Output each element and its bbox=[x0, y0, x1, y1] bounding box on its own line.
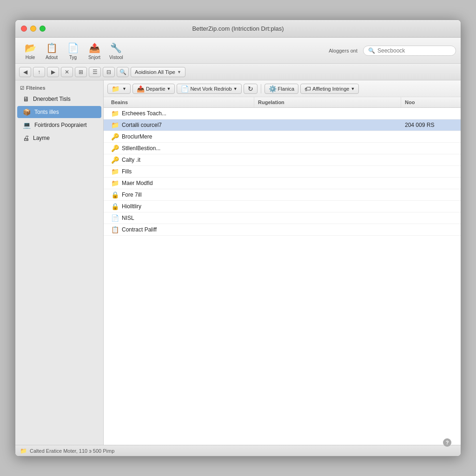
view-list-button[interactable]: ☰ bbox=[89, 67, 101, 77]
maximize-button[interactable] bbox=[40, 26, 46, 32]
minimize-button[interactable] bbox=[30, 26, 36, 32]
search-nav-button[interactable]: 🔍 bbox=[117, 67, 129, 77]
file-icon: 📁 bbox=[111, 168, 119, 175]
depart-button[interactable]: 📤 Departie ▼ bbox=[132, 84, 175, 94]
affleting-button[interactable]: 🏷 Affleting Intringe ▼ bbox=[300, 84, 359, 94]
mangereme-icon: 📁 bbox=[112, 85, 119, 93]
table-row[interactable]: 🔒 Fore 7ill bbox=[104, 189, 461, 201]
toolbar-hole[interactable]: 📂 Hole bbox=[20, 40, 40, 62]
file-regulation bbox=[254, 143, 401, 154]
file-name: 📁 Maer Modfid bbox=[107, 178, 254, 189]
table-header: Beains Rugelation Noo bbox=[104, 97, 461, 108]
snjort-label: Snjort bbox=[88, 55, 100, 60]
content-toolbar: 📁 ▼ 📤 Departie ▼ 📄 Nevt Vork Redriob ▼ ↻ bbox=[104, 80, 461, 97]
table-row[interactable]: 🔑 Calty .it bbox=[104, 154, 461, 166]
header-rugelation: Rugelation bbox=[254, 97, 401, 107]
sidebar-section-header: ☑ Flteines bbox=[15, 83, 103, 93]
table-row[interactable]: 📄 NISL bbox=[104, 212, 461, 224]
flanica-label: Flanica bbox=[278, 86, 294, 92]
affleting-icon: 🏷 bbox=[304, 85, 311, 93]
back-button[interactable]: ◀ bbox=[19, 67, 31, 77]
statusbar-icon: 📁 bbox=[20, 448, 27, 454]
file-icon: 📁 bbox=[111, 110, 119, 117]
sidebar-item-dnerobert[interactable]: 🖥 Dnerobert Tisls bbox=[17, 93, 101, 105]
help-button[interactable]: ? bbox=[443, 438, 451, 447]
file-name: 🔑 Calty .it bbox=[107, 154, 254, 165]
toolbar-snjort[interactable]: 📤 Snjort bbox=[84, 40, 105, 62]
navbar: ◀ ↑ ▶ ✕ ⊞ ☰ ⊟ 🔍 Aoidision All Tipe ▼ bbox=[15, 64, 461, 80]
file-name: 📄 NISL bbox=[107, 212, 254, 224]
vistool-label: Vistool bbox=[109, 55, 123, 60]
view-grid-button[interactable]: ⊞ bbox=[75, 67, 87, 77]
file-noo bbox=[401, 131, 457, 142]
layme-icon: 🖨 bbox=[23, 134, 29, 142]
up-button[interactable]: ↑ bbox=[33, 67, 45, 77]
main-area: ☑ Flteines 🖥 Dnerobert Tisls 📦 Tonts ill… bbox=[15, 80, 461, 445]
search-icon: 🔍 bbox=[368, 47, 375, 54]
flanica-button[interactable]: ⚙️ Flanica bbox=[264, 84, 298, 94]
dnerobert-icon: 🖥 bbox=[23, 95, 29, 103]
main-window: BetterZip.com (Intricction Drt:plas) 📂 H… bbox=[15, 20, 461, 456]
file-regulation bbox=[254, 119, 401, 131]
type-icon: 📄 bbox=[66, 41, 79, 54]
affleting-chevron-icon: ▼ bbox=[350, 86, 355, 91]
foirtirdors-icon: 💻 bbox=[23, 121, 31, 129]
view-col-button[interactable]: ⊟ bbox=[103, 67, 115, 77]
toolbar-separator bbox=[261, 84, 261, 93]
sidebar: ☑ Flteines 🖥 Dnerobert Tisls 📦 Tonts ill… bbox=[15, 80, 104, 445]
close-nav-button[interactable]: ✕ bbox=[61, 67, 73, 77]
table-row[interactable]: 📋 Contract Paliff bbox=[104, 224, 461, 236]
file-noo bbox=[401, 108, 457, 119]
adout-label: Adout bbox=[46, 55, 58, 60]
table-row[interactable]: 🔑 BroclurMere bbox=[104, 131, 461, 143]
table-row[interactable]: 📁 Fills bbox=[104, 166, 461, 178]
hole-label: Hole bbox=[26, 55, 35, 60]
snjort-icon: 📤 bbox=[88, 41, 101, 54]
search-input[interactable] bbox=[377, 47, 451, 54]
affleting-label: Affleting Intringe bbox=[312, 86, 349, 92]
table-row[interactable]: 🔑 StllenIBestion... bbox=[104, 143, 461, 154]
toolbar-type[interactable]: 📄 Tyg bbox=[63, 40, 83, 62]
file-name: 📁 Cortalli courcel7 bbox=[107, 119, 254, 131]
toolbar-adout[interactable]: 📋 Adout bbox=[41, 40, 62, 62]
table-row[interactable]: 🔒 Hiolltliry bbox=[104, 201, 461, 212]
file-name: 📁 Ercheees Toach... bbox=[107, 108, 254, 119]
statusbar: 📁 Calted Eratice Moter, 110 э 500 Pimp bbox=[15, 445, 461, 456]
flanica-icon: ⚙️ bbox=[269, 85, 277, 93]
toolbar-vistool[interactable]: 🔧 Vistool bbox=[106, 40, 127, 62]
close-button[interactable] bbox=[21, 26, 27, 32]
content-area: 📁 ▼ 📤 Departie ▼ 📄 Nevt Vork Redriob ▼ ↻ bbox=[104, 80, 461, 445]
file-table: Beains Rugelation Noo 📁 Ercheees Toach..… bbox=[104, 97, 461, 445]
file-icon: 📄 bbox=[111, 214, 119, 222]
refresh-button[interactable]: ↻ bbox=[244, 84, 258, 94]
file-noo bbox=[401, 143, 457, 154]
sidebar-item-foirtirdors[interactable]: 💻 Foirtirdors Poopraiert bbox=[17, 119, 101, 131]
file-icon: 🔑 bbox=[111, 133, 119, 140]
file-regulation bbox=[254, 189, 401, 200]
search-box[interactable]: 🔍 bbox=[363, 46, 456, 56]
filter-dropdown[interactable]: Aoidision All Tipe ▼ bbox=[131, 67, 185, 77]
sidebar-item-layme[interactable]: 🖨 Layme bbox=[17, 132, 101, 144]
file-noo bbox=[401, 224, 457, 235]
table-row-selected[interactable]: 📁 Cortalli courcel7 204 009 RS bbox=[104, 119, 461, 131]
newvork-button[interactable]: 📄 Nevt Vork Redriob ▼ bbox=[177, 84, 241, 94]
aloggers-label: Aloggers ont bbox=[329, 48, 357, 53]
mangereme-button[interactable]: 📁 ▼ bbox=[107, 84, 131, 94]
depart-chevron-icon: ▼ bbox=[167, 86, 171, 91]
table-row[interactable]: 📁 Ercheees Toach... bbox=[104, 108, 461, 119]
foirtirdors-label: Foirtirdors Poopraiert bbox=[34, 122, 87, 128]
forward-button[interactable]: ▶ bbox=[47, 67, 59, 77]
sidebar-item-tonts[interactable]: 📦 Tonts illes bbox=[17, 106, 101, 118]
traffic-lights bbox=[21, 26, 46, 32]
folder-icon: 📁 bbox=[111, 121, 119, 129]
table-row[interactable]: 📁 Maer Modfid bbox=[104, 178, 461, 189]
file-regulation bbox=[254, 131, 401, 142]
file-regulation bbox=[254, 108, 401, 119]
header-beains: Beains bbox=[107, 97, 254, 107]
mangereme-chevron-icon: ▼ bbox=[122, 86, 126, 91]
statusbar-text: Calted Eratice Moter, 110 э 500 Pimp bbox=[30, 448, 114, 454]
file-icon: 🔒 bbox=[111, 203, 119, 210]
depart-icon: 📤 bbox=[137, 85, 145, 93]
newvork-icon: 📄 bbox=[181, 85, 189, 93]
file-icon: 🔑 bbox=[111, 156, 119, 164]
